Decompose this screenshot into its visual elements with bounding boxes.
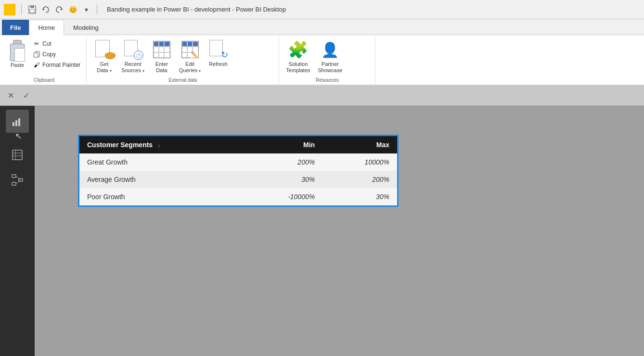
cell-max-0: 10000% [322, 153, 397, 171]
save-icon[interactable] [27, 5, 37, 14]
partner-showcase-label: PartnerShowcase [318, 61, 343, 74]
table-row: Poor Growth -10000% 30% [79, 188, 397, 205]
solution-templates-icon: 🧩 [287, 39, 309, 60]
column-header-min: Min [244, 136, 322, 153]
svg-rect-13 [13, 150, 22, 160]
cell-min-0: 200% [244, 153, 322, 171]
solution-templates-button[interactable]: 🧩 SolutionTemplates [283, 37, 313, 76]
refresh-button[interactable]: ↻ Refresh [205, 37, 232, 69]
app-icon [4, 4, 15, 15]
svg-rect-17 [12, 175, 16, 178]
ribbon-group-clipboard: Paste ✂ Cut Copy [2, 37, 87, 85]
refresh-icon: ↻ [207, 39, 229, 60]
ribbon-tabs: File Home Modeling [0, 19, 644, 35]
format-painter-label: Format Painter [42, 62, 80, 68]
partner-showcase-icon: 👤 [320, 39, 341, 60]
resources-group-label: Resources [283, 76, 371, 83]
cut-label: Cut [42, 40, 52, 47]
left-sidebar: ↖ [0, 106, 35, 356]
copy-icon [33, 51, 40, 58]
svg-rect-4 [30, 6, 34, 8]
formula-confirm-button[interactable]: ✓ [19, 89, 33, 102]
column-header-segment: Customer Segments ↓ [79, 136, 244, 153]
window-title: Banding example in Power BI - developmen… [107, 6, 286, 13]
sidebar-item-report[interactable] [6, 110, 29, 133]
enter-data-icon [151, 39, 172, 60]
edit-queries-icon: ✏️ [180, 39, 201, 60]
svg-rect-12 [18, 118, 20, 126]
svg-rect-0 [5, 10, 7, 14]
cell-segment-1: Average Growth [79, 171, 244, 188]
paste-label: Paste [11, 62, 24, 68]
tab-modeling[interactable]: Modeling [64, 20, 108, 35]
sort-arrow-icon: ↓ [157, 142, 160, 149]
cell-max-1: 200% [322, 171, 397, 188]
undo-button[interactable] [41, 5, 51, 14]
cell-segment-2: Poor Growth [79, 188, 244, 205]
clipboard-actions: ✂ Cut Copy 🖌 Format Painter [31, 37, 82, 70]
svg-marker-6 [43, 8, 45, 10]
copy-button[interactable]: Copy [31, 50, 82, 59]
copy-label: Copy [42, 51, 56, 58]
cell-max-2: 30% [322, 188, 397, 205]
cut-button[interactable]: ✂ Cut [31, 39, 82, 49]
svg-rect-19 [12, 182, 16, 185]
main-area: ↖ [0, 106, 644, 356]
separator-2 [97, 5, 97, 14]
enter-data-button[interactable]: EnterData [148, 37, 175, 76]
ribbon-group-resources: 🧩 SolutionTemplates 👤 PartnerShowcase Re… [279, 37, 375, 85]
edit-queries-label: EditQueries ▾ [179, 61, 201, 74]
formula-bar: ✕ ✓ [0, 86, 644, 106]
get-data-button[interactable]: GetData ▾ [90, 37, 117, 76]
table-header-row: Customer Segments ↓ Min Max [79, 136, 397, 153]
formula-cancel-button[interactable]: ✕ [4, 89, 17, 102]
edit-queries-button[interactable]: ✏️ EditQueries ▾ [176, 37, 204, 76]
external-data-group-label: External data [90, 76, 275, 83]
solution-templates-label: SolutionTemplates [286, 61, 310, 74]
svg-rect-11 [15, 120, 17, 126]
ribbon-group-external-data: GetData ▾ 🕐 RecentSources ▾ [87, 37, 279, 85]
svg-line-20 [16, 176, 21, 180]
sidebar-item-relationship[interactable] [6, 168, 29, 191]
refresh-label: Refresh [209, 61, 228, 67]
paste-icon [8, 39, 27, 62]
ribbon-body: Paste ✂ Cut Copy [0, 35, 644, 86]
svg-rect-9 [34, 53, 38, 57]
recent-sources-button[interactable]: 🕐 RecentSources ▾ [118, 37, 147, 76]
sidebar-item-data[interactable] [6, 143, 29, 166]
get-data-icon [93, 39, 115, 60]
smiley-icon[interactable]: 😊 [68, 5, 77, 14]
tab-home[interactable]: Home [29, 20, 64, 35]
table-row: Great Growth 200% 10000% [79, 153, 397, 171]
tab-file[interactable]: File [2, 20, 29, 35]
title-bar: 😊 ▾ Banding example in Power BI - develo… [0, 0, 644, 19]
enter-data-label: EnterData [155, 61, 168, 74]
format-painter-button[interactable]: 🖌 Format Painter [31, 60, 82, 70]
cut-icon: ✂ [33, 40, 40, 48]
quick-access-dropdown[interactable]: ▾ [81, 5, 91, 14]
svg-line-21 [16, 180, 21, 184]
svg-rect-2 [11, 6, 13, 14]
recent-sources-label: RecentSources ▾ [121, 61, 144, 74]
partner-showcase-button[interactable]: 👤 PartnerShowcase [315, 37, 346, 76]
cell-min-2: -10000% [244, 188, 322, 205]
get-data-label: GetData ▾ [97, 61, 111, 74]
separator-1 [21, 5, 22, 14]
data-table-container: Customer Segments ↓ Min Max Great Growth… [78, 135, 399, 207]
column-header-max: Max [322, 136, 397, 153]
cursor-indicator: ↖ [13, 131, 22, 141]
format-painter-icon: 🖌 [33, 61, 40, 69]
paste-button[interactable]: Paste [6, 37, 29, 70]
recent-sources-icon: 🕐 [122, 39, 143, 60]
svg-rect-10 [13, 122, 14, 126]
cell-segment-0: Great Growth [79, 153, 244, 171]
cell-min-1: 30% [244, 171, 322, 188]
svg-rect-1 [8, 8, 10, 14]
data-table: Customer Segments ↓ Min Max Great Growth… [79, 136, 397, 205]
clipboard-group-label: Clipboard [6, 76, 82, 83]
redo-button[interactable] [54, 5, 64, 14]
canvas-area[interactable]: Customer Segments ↓ Min Max Great Growth… [35, 106, 644, 356]
table-row: Average Growth 30% 200% [79, 171, 397, 188]
